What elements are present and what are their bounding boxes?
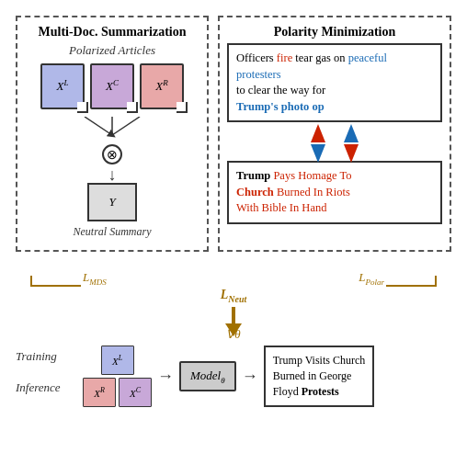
small-art-R: XR	[83, 378, 116, 407]
small-articles-group: XL XR XC	[83, 346, 152, 407]
training-inference-labels: Training Inference	[16, 346, 75, 395]
article-right-var: XR	[155, 78, 167, 94]
converge-svg	[71, 117, 154, 142]
small-article-top: XL	[83, 346, 152, 375]
news1-officers: Officers	[236, 51, 277, 64]
article-center: XC	[90, 63, 134, 109]
small-art-C: XC	[119, 378, 152, 407]
news-box-top: Officers fire tear gas on peaceful prote…	[227, 43, 442, 122]
top-row: Multi-Doc. Summarization Polarized Artic…	[16, 16, 451, 252]
neutral-label: Neutral Summary	[74, 225, 152, 239]
arrow-up-blue	[344, 124, 359, 142]
news1-tear-gas: tear gas on	[292, 51, 347, 64]
nabla-theta-row: ∇θ	[16, 338, 451, 342]
training-label: Training	[16, 349, 75, 364]
svg-line-0	[85, 117, 112, 135]
article-right: XR	[140, 63, 184, 109]
loss-row: LMDS LPolar	[16, 257, 451, 287]
left-panel: Multi-Doc. Summarization Polarized Artic…	[16, 16, 209, 252]
gold-arrow-shaft	[232, 307, 235, 323]
news-box-bottom: Trump Pays Homage To Church Burned In Ri…	[227, 161, 442, 224]
loss-polar-group: LPolar	[359, 270, 437, 287]
bracket-left-mds	[30, 276, 81, 287]
arrows-area: ⊗ ↓ Y Neutral Summary	[25, 117, 199, 239]
article-left: XL	[40, 63, 85, 109]
bottom-section: Training Inference XL XR	[16, 346, 451, 407]
loss-mds-group: LMDS	[30, 270, 107, 287]
news1-fire: fire	[277, 51, 292, 64]
article-left-var: XL	[57, 78, 69, 94]
loss-mds-label: LMDS	[83, 270, 107, 287]
arrow-down-red	[344, 144, 359, 163]
down-arrow: ↓	[108, 166, 117, 183]
news2-church: Church	[236, 186, 274, 198]
summary-box: Y	[87, 183, 137, 221]
bracket-right-polar	[386, 276, 437, 287]
right-panel-header: Polarity Minimization	[227, 25, 442, 40]
news2-burned: Burned In Riots	[274, 186, 350, 198]
small-articles-bottom: XR XC	[83, 378, 152, 407]
polarized-articles-label: Polarized Articles	[25, 43, 199, 58]
arrow-up-red	[311, 124, 325, 142]
bottom-diagram: XL XR XC →	[83, 346, 451, 407]
right-panel: Polarity Minimization Officers fire tear…	[218, 16, 451, 252]
l-neut-label: LNeut	[221, 288, 247, 304]
small-art-L: XL	[101, 346, 134, 375]
news2-pays-homage: Pays Homage To	[270, 169, 351, 182]
news1-to-clear: to clear the way for	[236, 84, 325, 96]
l-neut-row: LNeut	[16, 287, 451, 305]
news2-with: With Bible In Hand	[236, 201, 326, 214]
model-box: Modelθ	[179, 361, 236, 392]
article-center-var: XC	[106, 78, 119, 94]
inference-label: Inference	[16, 380, 75, 395]
arrows-between	[227, 130, 442, 157]
nabla-theta-label: ∇θ	[226, 327, 240, 342]
right-arrow-small: →	[157, 367, 174, 386]
svg-line-2	[112, 117, 140, 135]
main-diagram: Multi-Doc. Summarization Polarized Artic…	[8, 8, 459, 468]
news1-trump-op: Trump's photo op	[236, 100, 325, 113]
left-panel-header: Multi-Doc. Summarization	[25, 25, 199, 40]
arrow-pair-2	[344, 124, 359, 163]
output-box: Trump Visits Church Burned in George Flo…	[264, 346, 375, 406]
loss-polar-label: LPolar	[359, 270, 384, 287]
arrow-down-blue	[311, 144, 325, 163]
output-protests: Protests	[302, 385, 339, 398]
otimes-symbol: ⊗	[102, 144, 122, 164]
right-arrow-output: →	[242, 367, 258, 386]
arrow-pair-1	[311, 124, 325, 163]
news2-trump: Trump	[236, 169, 270, 182]
articles-row: XL XC XR	[25, 63, 199, 109]
